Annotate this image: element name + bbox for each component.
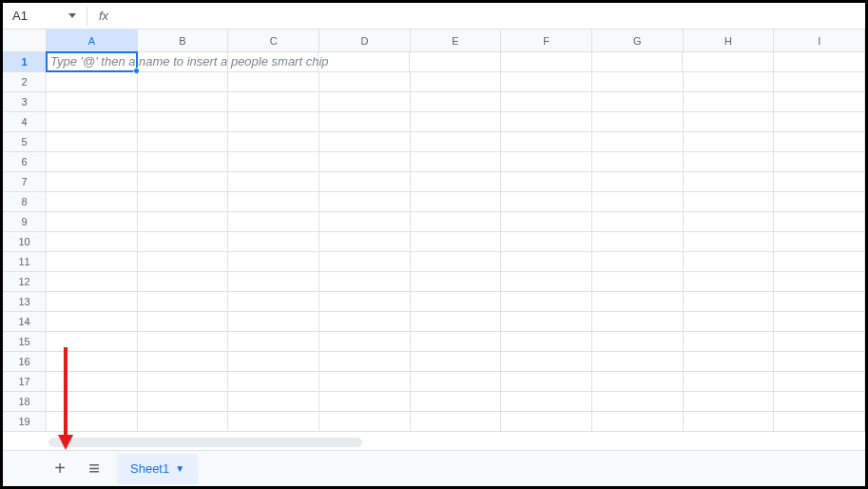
cell[interactable] bbox=[592, 312, 684, 332]
cell[interactable] bbox=[47, 392, 138, 412]
cell[interactable] bbox=[774, 392, 865, 412]
cell[interactable] bbox=[684, 112, 775, 132]
cell[interactable] bbox=[138, 252, 229, 272]
cell[interactable] bbox=[138, 132, 229, 152]
cell[interactable] bbox=[774, 312, 865, 332]
cell[interactable] bbox=[47, 352, 138, 372]
cell[interactable] bbox=[319, 352, 411, 372]
cell[interactable] bbox=[592, 72, 684, 92]
cell[interactable] bbox=[228, 352, 319, 372]
name-box-input[interactable] bbox=[7, 6, 64, 27]
cell[interactable] bbox=[774, 92, 865, 112]
cell[interactable] bbox=[774, 172, 865, 192]
cell[interactable] bbox=[411, 352, 502, 372]
cell[interactable] bbox=[592, 272, 684, 292]
cell[interactable] bbox=[684, 132, 775, 152]
horizontal-scrollbar[interactable] bbox=[48, 438, 362, 447]
cell[interactable] bbox=[228, 392, 319, 412]
cell[interactable] bbox=[411, 92, 502, 112]
row-header-7[interactable]: 7 bbox=[3, 172, 47, 192]
cell[interactable] bbox=[501, 392, 592, 412]
cell[interactable] bbox=[138, 232, 229, 252]
cell[interactable] bbox=[138, 92, 229, 112]
cell[interactable] bbox=[684, 352, 775, 372]
cell[interactable] bbox=[228, 112, 319, 132]
cell[interactable] bbox=[411, 192, 502, 212]
formula-input[interactable] bbox=[114, 6, 861, 27]
col-header-a[interactable]: A bbox=[47, 29, 138, 52]
cell[interactable] bbox=[592, 332, 684, 352]
cell[interactable] bbox=[592, 252, 684, 272]
cell[interactable] bbox=[411, 392, 502, 412]
cell[interactable] bbox=[228, 272, 319, 292]
cell[interactable] bbox=[47, 312, 138, 332]
cell[interactable] bbox=[319, 412, 411, 432]
cell[interactable] bbox=[411, 332, 502, 352]
cell[interactable] bbox=[411, 132, 502, 152]
cell[interactable] bbox=[411, 112, 502, 132]
cell[interactable] bbox=[684, 232, 775, 252]
cell[interactable] bbox=[592, 372, 684, 392]
fill-handle[interactable] bbox=[133, 68, 140, 74]
col-header-g[interactable]: G bbox=[592, 29, 684, 52]
row-header-3[interactable]: 3 bbox=[3, 92, 47, 112]
cell[interactable] bbox=[592, 112, 684, 132]
row-header-11[interactable]: 11 bbox=[3, 252, 47, 272]
cell[interactable] bbox=[228, 252, 319, 272]
cell[interactable] bbox=[683, 52, 774, 72]
cell[interactable] bbox=[138, 212, 229, 232]
cell[interactable] bbox=[501, 352, 592, 372]
add-sheet-button[interactable]: + bbox=[43, 452, 77, 486]
cell[interactable] bbox=[684, 332, 775, 352]
cell[interactable] bbox=[47, 152, 138, 172]
cell[interactable] bbox=[501, 172, 592, 192]
cell[interactable] bbox=[501, 212, 592, 232]
cell[interactable] bbox=[47, 72, 138, 92]
row-header-19[interactable]: 19 bbox=[3, 412, 47, 432]
cell[interactable] bbox=[592, 212, 684, 232]
cell[interactable] bbox=[318, 52, 410, 72]
cell[interactable] bbox=[319, 372, 411, 392]
cell[interactable] bbox=[47, 232, 138, 252]
row-header-18[interactable]: 18 bbox=[3, 392, 47, 412]
cell[interactable] bbox=[501, 332, 592, 352]
cell[interactable] bbox=[228, 132, 319, 152]
cell[interactable] bbox=[138, 272, 229, 292]
cell[interactable] bbox=[228, 412, 319, 432]
cell[interactable] bbox=[138, 312, 229, 332]
cell[interactable] bbox=[411, 412, 502, 432]
cell[interactable] bbox=[592, 192, 684, 212]
cell[interactable] bbox=[228, 192, 319, 212]
cell[interactable] bbox=[684, 272, 775, 292]
row-header-17[interactable]: 17 bbox=[3, 372, 47, 392]
cell[interactable] bbox=[138, 412, 229, 432]
cell[interactable] bbox=[592, 292, 684, 312]
cell[interactable] bbox=[138, 72, 229, 92]
cell[interactable] bbox=[228, 172, 319, 192]
cell[interactable] bbox=[47, 252, 138, 272]
cell[interactable] bbox=[319, 312, 411, 332]
cell[interactable] bbox=[319, 152, 411, 172]
all-sheets-button[interactable]: ≡ bbox=[77, 452, 111, 486]
row-header-2[interactable]: 2 bbox=[3, 72, 47, 92]
cell[interactable] bbox=[47, 412, 138, 432]
cell[interactable] bbox=[138, 152, 229, 172]
name-box-dropdown[interactable] bbox=[64, 6, 81, 27]
cell[interactable] bbox=[228, 292, 319, 312]
cell[interactable] bbox=[684, 212, 775, 232]
cell[interactable] bbox=[774, 72, 865, 92]
cell[interactable] bbox=[138, 112, 229, 132]
cell[interactable] bbox=[228, 212, 319, 232]
cell[interactable] bbox=[684, 392, 775, 412]
cell[interactable] bbox=[319, 252, 411, 272]
cell[interactable] bbox=[774, 212, 865, 232]
cell[interactable] bbox=[319, 292, 411, 312]
row-header-14[interactable]: 14 bbox=[3, 312, 47, 332]
cell[interactable] bbox=[684, 172, 775, 192]
cell[interactable] bbox=[138, 292, 229, 312]
cell[interactable] bbox=[228, 92, 319, 112]
col-header-i[interactable]: I bbox=[774, 29, 865, 52]
cell[interactable] bbox=[501, 112, 592, 132]
cell[interactable] bbox=[47, 172, 138, 192]
cell[interactable] bbox=[138, 172, 229, 192]
